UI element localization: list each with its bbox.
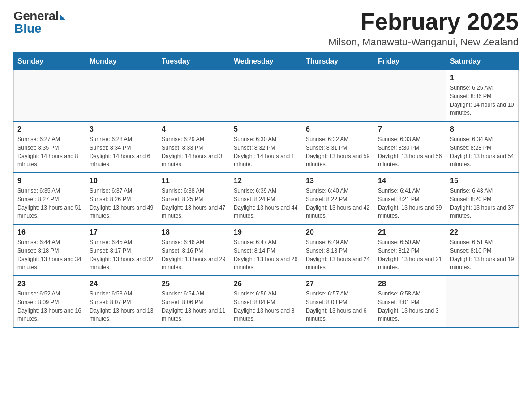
calendar-cell: 3Sunrise: 6:28 AM Sunset: 8:34 PM Daylig… bbox=[86, 121, 158, 173]
day-info: Sunrise: 6:39 AM Sunset: 8:24 PM Dayligh… bbox=[234, 187, 298, 220]
day-number: 24 bbox=[90, 280, 154, 288]
calendar-header-thursday: Thursday bbox=[302, 53, 374, 70]
logo-blue-text: Blue bbox=[13, 21, 42, 36]
calendar-header-row: SundayMondayTuesdayWednesdayThursdayFrid… bbox=[14, 53, 519, 70]
day-info: Sunrise: 6:49 AM Sunset: 8:13 PM Dayligh… bbox=[306, 238, 370, 272]
day-info: Sunrise: 6:51 AM Sunset: 8:10 PM Dayligh… bbox=[450, 238, 515, 272]
calendar-cell: 27Sunrise: 6:57 AM Sunset: 8:03 PM Dayli… bbox=[302, 276, 374, 327]
calendar-cell: 6Sunrise: 6:32 AM Sunset: 8:31 PM Daylig… bbox=[302, 121, 374, 173]
day-number: 2 bbox=[17, 125, 82, 133]
day-info: Sunrise: 6:58 AM Sunset: 8:01 PM Dayligh… bbox=[378, 290, 442, 323]
day-info: Sunrise: 6:47 AM Sunset: 8:14 PM Dayligh… bbox=[234, 238, 298, 272]
calendar-cell: 14Sunrise: 6:41 AM Sunset: 8:21 PM Dayli… bbox=[374, 173, 446, 224]
calendar-cell: 4Sunrise: 6:29 AM Sunset: 8:33 PM Daylig… bbox=[158, 121, 230, 173]
day-info: Sunrise: 6:27 AM Sunset: 8:35 PM Dayligh… bbox=[17, 135, 82, 169]
calendar-cell: 2Sunrise: 6:27 AM Sunset: 8:35 PM Daylig… bbox=[14, 121, 86, 173]
calendar-header-sunday: Sunday bbox=[14, 53, 86, 70]
day-number: 17 bbox=[90, 228, 154, 236]
month-title: February 2025 bbox=[328, 9, 519, 34]
day-info: Sunrise: 6:53 AM Sunset: 8:07 PM Dayligh… bbox=[90, 290, 154, 323]
calendar-week-row: 16Sunrise: 6:44 AM Sunset: 8:18 PM Dayli… bbox=[14, 224, 519, 276]
day-number: 22 bbox=[450, 228, 515, 236]
calendar-cell: 12Sunrise: 6:39 AM Sunset: 8:24 PM Dayli… bbox=[230, 173, 302, 224]
day-info: Sunrise: 6:50 AM Sunset: 8:12 PM Dayligh… bbox=[378, 238, 442, 272]
day-number: 28 bbox=[378, 280, 442, 288]
calendar-cell: 24Sunrise: 6:53 AM Sunset: 8:07 PM Dayli… bbox=[86, 276, 158, 327]
day-number: 23 bbox=[17, 280, 82, 288]
day-number: 20 bbox=[306, 228, 370, 236]
day-number: 11 bbox=[162, 177, 226, 185]
calendar-cell: 25Sunrise: 6:54 AM Sunset: 8:06 PM Dayli… bbox=[158, 276, 230, 327]
day-number: 10 bbox=[90, 177, 154, 185]
day-number: 7 bbox=[378, 125, 442, 133]
day-info: Sunrise: 6:45 AM Sunset: 8:17 PM Dayligh… bbox=[90, 238, 154, 272]
day-info: Sunrise: 6:40 AM Sunset: 8:22 PM Dayligh… bbox=[306, 187, 370, 220]
day-number: 14 bbox=[378, 177, 442, 185]
calendar-cell: 28Sunrise: 6:58 AM Sunset: 8:01 PM Dayli… bbox=[374, 276, 446, 327]
day-info: Sunrise: 6:34 AM Sunset: 8:28 PM Dayligh… bbox=[450, 135, 515, 169]
day-number: 12 bbox=[234, 177, 298, 185]
calendar-cell: 18Sunrise: 6:46 AM Sunset: 8:16 PM Dayli… bbox=[158, 224, 230, 276]
logo: General Blue bbox=[13, 9, 66, 36]
day-number: 1 bbox=[450, 74, 515, 82]
day-info: Sunrise: 6:38 AM Sunset: 8:25 PM Dayligh… bbox=[162, 187, 226, 220]
page-header: General Blue February 2025 Milson, Manaw… bbox=[13, 9, 519, 48]
logo-arrow-icon bbox=[60, 14, 66, 20]
day-info: Sunrise: 6:44 AM Sunset: 8:18 PM Dayligh… bbox=[17, 238, 82, 272]
calendar-week-row: 2Sunrise: 6:27 AM Sunset: 8:35 PM Daylig… bbox=[14, 121, 519, 173]
calendar-cell: 7Sunrise: 6:33 AM Sunset: 8:30 PM Daylig… bbox=[374, 121, 446, 173]
day-info: Sunrise: 6:35 AM Sunset: 8:27 PM Dayligh… bbox=[17, 187, 82, 220]
day-number: 25 bbox=[162, 280, 226, 288]
day-info: Sunrise: 6:56 AM Sunset: 8:04 PM Dayligh… bbox=[234, 290, 298, 323]
calendar-cell: 22Sunrise: 6:51 AM Sunset: 8:10 PM Dayli… bbox=[446, 224, 519, 276]
calendar-header-tuesday: Tuesday bbox=[158, 53, 230, 70]
day-number: 6 bbox=[306, 125, 370, 133]
calendar-cell: 13Sunrise: 6:40 AM Sunset: 8:22 PM Dayli… bbox=[302, 173, 374, 224]
calendar-header-wednesday: Wednesday bbox=[230, 53, 302, 70]
day-number: 8 bbox=[450, 125, 515, 133]
day-info: Sunrise: 6:30 AM Sunset: 8:32 PM Dayligh… bbox=[234, 135, 298, 169]
calendar-cell: 1Sunrise: 6:25 AM Sunset: 8:36 PM Daylig… bbox=[446, 70, 519, 122]
calendar-cell bbox=[14, 70, 86, 122]
day-number: 9 bbox=[17, 177, 82, 185]
day-info: Sunrise: 6:41 AM Sunset: 8:21 PM Dayligh… bbox=[378, 187, 442, 220]
calendar-header-friday: Friday bbox=[374, 53, 446, 70]
calendar-cell: 5Sunrise: 6:30 AM Sunset: 8:32 PM Daylig… bbox=[230, 121, 302, 173]
day-info: Sunrise: 6:33 AM Sunset: 8:30 PM Dayligh… bbox=[378, 135, 442, 169]
calendar-cell: 23Sunrise: 6:52 AM Sunset: 8:09 PM Dayli… bbox=[14, 276, 86, 327]
calendar-cell bbox=[302, 70, 374, 122]
day-info: Sunrise: 6:46 AM Sunset: 8:16 PM Dayligh… bbox=[162, 238, 226, 272]
calendar-cell: 15Sunrise: 6:43 AM Sunset: 8:20 PM Dayli… bbox=[446, 173, 519, 224]
day-info: Sunrise: 6:28 AM Sunset: 8:34 PM Dayligh… bbox=[90, 135, 154, 169]
calendar-cell: 8Sunrise: 6:34 AM Sunset: 8:28 PM Daylig… bbox=[446, 121, 519, 173]
calendar-header-saturday: Saturday bbox=[446, 53, 519, 70]
calendar-cell: 20Sunrise: 6:49 AM Sunset: 8:13 PM Dayli… bbox=[302, 224, 374, 276]
calendar-cell: 26Sunrise: 6:56 AM Sunset: 8:04 PM Dayli… bbox=[230, 276, 302, 327]
calendar-week-row: 1Sunrise: 6:25 AM Sunset: 8:36 PM Daylig… bbox=[14, 70, 519, 122]
day-info: Sunrise: 6:25 AM Sunset: 8:36 PM Dayligh… bbox=[450, 84, 515, 117]
calendar-week-row: 23Sunrise: 6:52 AM Sunset: 8:09 PM Dayli… bbox=[14, 276, 519, 327]
calendar-header-monday: Monday bbox=[86, 53, 158, 70]
calendar-cell bbox=[158, 70, 230, 122]
calendar-cell: 11Sunrise: 6:38 AM Sunset: 8:25 PM Dayli… bbox=[158, 173, 230, 224]
day-info: Sunrise: 6:54 AM Sunset: 8:06 PM Dayligh… bbox=[162, 290, 226, 323]
day-number: 19 bbox=[234, 228, 298, 236]
calendar-table: SundayMondayTuesdayWednesdayThursdayFrid… bbox=[13, 52, 519, 328]
day-info: Sunrise: 6:57 AM Sunset: 8:03 PM Dayligh… bbox=[306, 290, 370, 323]
calendar-cell: 21Sunrise: 6:50 AM Sunset: 8:12 PM Dayli… bbox=[374, 224, 446, 276]
day-number: 27 bbox=[306, 280, 370, 288]
day-info: Sunrise: 6:32 AM Sunset: 8:31 PM Dayligh… bbox=[306, 135, 370, 169]
calendar-week-row: 9Sunrise: 6:35 AM Sunset: 8:27 PM Daylig… bbox=[14, 173, 519, 224]
location-title: Milson, Manawatu-Wanganui, New Zealand bbox=[328, 36, 519, 48]
title-area: February 2025 Milson, Manawatu-Wanganui,… bbox=[328, 9, 519, 48]
calendar-cell: 19Sunrise: 6:47 AM Sunset: 8:14 PM Dayli… bbox=[230, 224, 302, 276]
calendar-cell: 9Sunrise: 6:35 AM Sunset: 8:27 PM Daylig… bbox=[14, 173, 86, 224]
day-number: 4 bbox=[162, 125, 226, 133]
day-info: Sunrise: 6:37 AM Sunset: 8:26 PM Dayligh… bbox=[90, 187, 154, 220]
calendar-cell: 17Sunrise: 6:45 AM Sunset: 8:17 PM Dayli… bbox=[86, 224, 158, 276]
day-number: 18 bbox=[162, 228, 226, 236]
calendar-cell: 16Sunrise: 6:44 AM Sunset: 8:18 PM Dayli… bbox=[14, 224, 86, 276]
day-number: 5 bbox=[234, 125, 298, 133]
day-info: Sunrise: 6:29 AM Sunset: 8:33 PM Dayligh… bbox=[162, 135, 226, 169]
calendar-cell bbox=[374, 70, 446, 122]
